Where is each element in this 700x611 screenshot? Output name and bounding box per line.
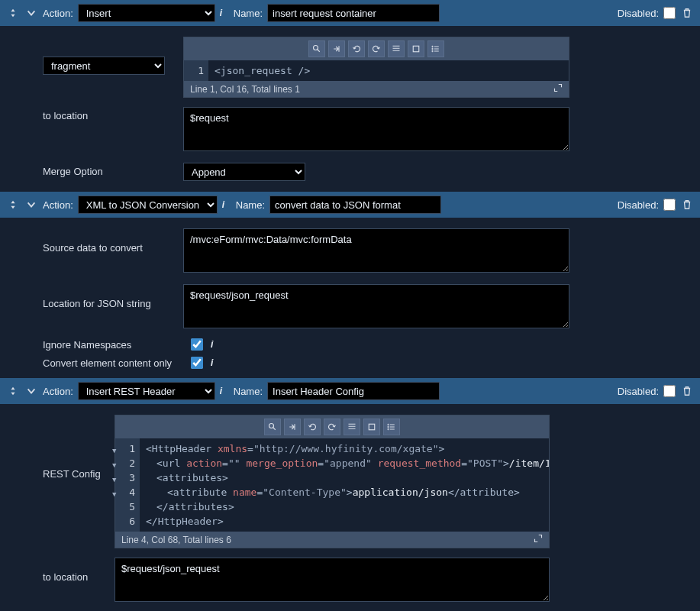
merge-option-label: Merge Option — [0, 163, 183, 177]
list-icon[interactable] — [383, 419, 400, 435]
delete-icon[interactable] — [680, 6, 694, 20]
location-json-input[interactable] — [183, 284, 569, 328]
action-body-xmljson: Source data to convert Location for JSON… — [0, 218, 700, 378]
svg-point-0 — [314, 46, 318, 50]
svg-point-8 — [388, 426, 389, 428]
source-data-input[interactable] — [183, 228, 569, 273]
to-location-input[interactable] — [115, 558, 550, 602]
svg-point-2 — [432, 46, 434, 47]
location-json-label: Location for JSON string — [0, 284, 183, 309]
action-header-insert: Action: Insert i Name: Disabled: — [0, 0, 700, 26]
code-area[interactable]: <HttpHeader xmlns="http://www.hyfinity.c… — [140, 438, 549, 532]
action-body-rest: REST Config ▼1 ▼2 ▼3 ▼4 — [0, 404, 700, 611]
fragment-select[interactable]: fragment — [43, 57, 165, 75]
delete-icon[interactable] — [680, 198, 694, 212]
svg-point-7 — [388, 424, 389, 425]
action-body-insert: fragment 1 <json_request /> — [0, 26, 700, 192]
goto-icon[interactable] — [328, 40, 345, 57]
action-header-xmljson: Action: XML to JSON Conversion i Name: D… — [0, 192, 700, 218]
svg-point-4 — [432, 50, 434, 52]
list-icon[interactable] — [427, 40, 444, 57]
action-header-rest: Action: Insert REST Header i Name: Disab… — [0, 378, 700, 404]
action-label: Action: — [43, 199, 73, 211]
expand-icon[interactable] — [553, 83, 563, 95]
sort-icon[interactable] — [6, 198, 20, 212]
svg-point-3 — [432, 48, 434, 50]
name-label: Name: — [236, 199, 265, 211]
action-name-input[interactable] — [267, 382, 440, 400]
convert-elem-checkbox[interactable] — [191, 357, 203, 369]
align-icon[interactable] — [344, 419, 360, 435]
collapse-icon[interactable] — [24, 384, 38, 398]
disabled-checkbox[interactable] — [663, 7, 676, 19]
name-label: Name: — [234, 386, 263, 397]
collapse-icon[interactable] — [24, 6, 38, 20]
search-icon[interactable] — [308, 40, 325, 57]
ignore-ns-label: Ignore Namespaces — [43, 339, 183, 351]
search-icon[interactable] — [264, 419, 281, 435]
disabled-label: Disabled: — [618, 8, 659, 19]
code-toolbar — [115, 415, 549, 438]
svg-rect-6 — [369, 424, 375, 430]
info-icon[interactable]: i — [211, 339, 220, 350]
code-area[interactable]: <json_request /> — [208, 60, 569, 81]
info-icon[interactable]: i — [220, 8, 229, 18]
to-location-input[interactable] — [183, 107, 569, 151]
redo-icon[interactable] — [324, 419, 340, 435]
disabled-label: Disabled: — [618, 199, 659, 211]
svg-point-9 — [388, 428, 389, 430]
rest-config-label: REST Config — [0, 415, 115, 480]
source-data-label: Source data to convert — [0, 228, 183, 254]
action-type-select[interactable]: Insert — [78, 4, 215, 22]
code-toolbar — [184, 37, 569, 60]
action-label: Action: — [43, 8, 73, 19]
disabled-label: Disabled: — [618, 386, 659, 397]
undo-icon[interactable] — [348, 40, 365, 57]
ignore-ns-checkbox[interactable] — [191, 338, 203, 351]
editor-status: Line 4, Col 68, Total lines 6 — [121, 535, 231, 545]
info-icon[interactable]: i — [220, 386, 229, 396]
undo-icon[interactable] — [304, 419, 321, 435]
block-icon[interactable] — [408, 40, 424, 57]
action-label: Action: — [43, 386, 73, 397]
block-icon[interactable] — [363, 419, 380, 435]
svg-rect-1 — [413, 46, 419, 52]
editor-status: Line 1, Col 16, Total lines 1 — [190, 84, 300, 95]
info-icon[interactable]: i — [211, 357, 220, 368]
action-name-input[interactable] — [267, 4, 440, 22]
redo-icon[interactable] — [368, 40, 385, 57]
merge-option-select[interactable]: Append — [183, 163, 305, 181]
delete-icon[interactable] — [680, 384, 694, 398]
collapse-icon[interactable] — [24, 198, 38, 212]
svg-point-5 — [269, 424, 274, 428]
code-editor: 1 <json_request /> Line 1, Col 16, Total… — [183, 37, 569, 98]
disabled-checkbox[interactable] — [663, 199, 676, 211]
goto-icon[interactable] — [284, 419, 301, 435]
action-name-input[interactable] — [269, 196, 441, 214]
sort-icon[interactable] — [6, 384, 20, 398]
name-label: Name: — [234, 8, 263, 19]
to-location-label: to location — [0, 107, 183, 121]
convert-elem-label: Convert element content only — [43, 357, 183, 369]
sort-icon[interactable] — [6, 6, 20, 20]
action-type-select[interactable]: Insert REST Header — [78, 382, 215, 400]
code-editor: ▼1 ▼2 ▼3 ▼4 5 6 <HttpHeader xmlns="http:… — [115, 415, 550, 548]
align-icon[interactable] — [388, 40, 405, 57]
expand-icon[interactable] — [534, 534, 543, 545]
action-type-select[interactable]: XML to JSON Conversion — [78, 196, 218, 214]
disabled-checkbox[interactable] — [663, 385, 676, 397]
info-icon[interactable]: i — [222, 199, 231, 210]
to-location-label: to location — [0, 558, 115, 583]
